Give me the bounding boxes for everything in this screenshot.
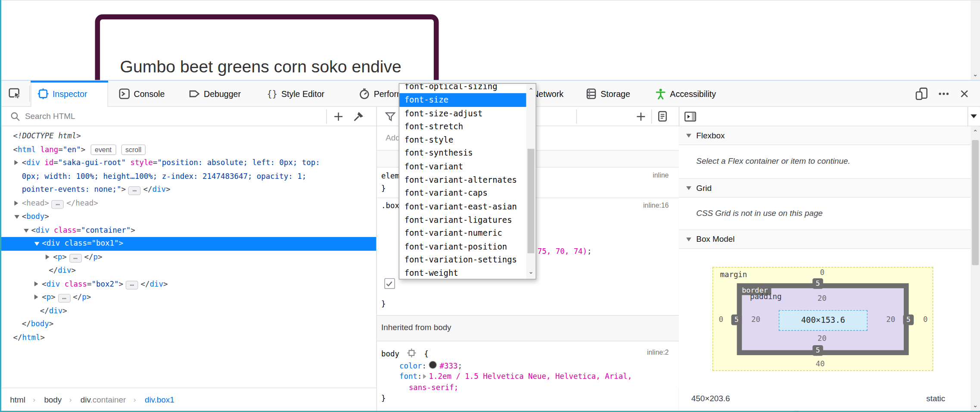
ellipsis-expand-icon[interactable]: … — [69, 253, 82, 262]
tab-storage[interactable]: Storage — [579, 81, 644, 107]
autocomplete-item[interactable]: font-optical-sizing — [399, 83, 526, 94]
breadcrumb-item[interactable]: html — [10, 395, 25, 404]
breadcrumb-item[interactable]: div.container — [81, 395, 126, 404]
collapse-arrow-icon[interactable] — [14, 215, 19, 219]
dropdown-scrollbar[interactable]: ⌃ ⌄ — [526, 84, 536, 279]
autocomplete-item[interactable]: font-variant-position — [399, 240, 526, 253]
scroll-down-icon[interactable]: ⌄ — [971, 401, 980, 408]
autocomplete-item[interactable]: font-variant — [399, 160, 526, 173]
autocomplete-item[interactable]: font-variation-settings — [399, 253, 526, 266]
scroll-down-icon[interactable]: ⌄ — [971, 71, 980, 78]
box-model-section-header[interactable]: Box Model — [679, 230, 971, 249]
expand-arrow-icon[interactable] — [14, 200, 18, 206]
close-icon[interactable] — [959, 88, 970, 100]
accessibility-icon — [655, 88, 666, 100]
breadcrumb-item[interactable]: body — [44, 395, 62, 404]
collapse-arrow-icon[interactable] — [34, 242, 40, 246]
tab-overflow-dropdown-icon[interactable] — [971, 115, 977, 119]
expand-value-icon[interactable] — [423, 374, 426, 379]
scrollbar-thumb[interactable] — [972, 140, 979, 265]
box1-rule-source-link[interactable]: inline:16 — [643, 201, 669, 209]
responsive-design-mode-icon[interactable] — [915, 87, 929, 101]
expand-arrow-icon[interactable] — [14, 160, 18, 165]
layout-scrollbar[interactable]: ⌃ ⌄ — [971, 126, 980, 411]
expand-arrow-icon[interactable] — [46, 254, 50, 259]
scroll-down-icon[interactable]: ⌄ — [526, 268, 536, 275]
autocomplete-item[interactable]: font-weight — [399, 266, 526, 279]
scroll-up-icon[interactable]: ⌃ — [971, 129, 980, 136]
body-rule-source-link[interactable]: inline:2 — [647, 348, 669, 356]
expand-arrow-icon[interactable] — [34, 281, 38, 286]
padding-label: padding — [750, 292, 781, 301]
border-left-value[interactable]: 5 — [731, 315, 742, 325]
autocomplete-item[interactable]: font-stretch — [399, 120, 526, 133]
tab-debugger[interactable]: Debugger — [183, 81, 255, 107]
color-swatch[interactable] — [429, 361, 437, 369]
margin-top-value[interactable]: 0 — [820, 268, 824, 277]
scroll-up-icon[interactable]: ⌃ — [526, 87, 536, 94]
meatball-menu-icon[interactable] — [937, 87, 950, 100]
grid-message: CSS Grid is not in use on this page — [696, 208, 823, 218]
search-html-input[interactable]: Search HTML — [25, 111, 75, 121]
element-picker-button[interactable] — [5, 84, 25, 103]
ellipsis-expand-icon[interactable]: … — [128, 186, 141, 195]
flexbox-section-header[interactable]: Flexbox — [679, 126, 971, 145]
console-icon — [119, 88, 130, 100]
border-right-value[interactable]: 5 — [903, 315, 914, 325]
inherited-from-body-header: Inherited from body — [377, 315, 679, 341]
breadcrumb-item[interactable]: div.box1 — [145, 395, 174, 404]
border-top-value[interactable]: 5 — [812, 278, 823, 289]
margin-bottom-value[interactable]: 40 — [815, 359, 824, 368]
body-color-declaration[interactable]: color:#333; — [399, 361, 462, 370]
ellipsis-expand-icon[interactable]: … — [51, 200, 64, 209]
margin-left-value[interactable]: 0 — [719, 315, 723, 324]
autocomplete-item[interactable]: font-size — [399, 94, 526, 107]
divider — [651, 109, 652, 124]
padding-top-value[interactable]: 20 — [818, 294, 827, 303]
eyedropper-icon[interactable] — [352, 110, 365, 122]
expand-arrow-icon[interactable] — [34, 294, 38, 300]
autocomplete-item[interactable]: font-size-adjust — [399, 107, 526, 120]
divider — [968, 107, 968, 126]
autocomplete-item[interactable]: font-variant-ligatures — [399, 213, 526, 227]
element-rule-source-link[interactable]: inline — [653, 172, 669, 179]
tab-inspector[interactable]: Inspector — [31, 81, 108, 107]
ellipsis-expand-icon[interactable]: … — [58, 294, 71, 303]
autocomplete-item[interactable]: font-variant-numeric — [399, 227, 526, 240]
print-simulation-icon[interactable] — [656, 110, 669, 122]
padding-right-value[interactable]: 20 — [886, 315, 895, 324]
tab-style-editor[interactable]: {}Style Editor — [260, 81, 345, 107]
page-scrollbar[interactable]: ⌄ — [971, 0, 980, 81]
sidebar-toggle-icon[interactable] — [684, 111, 697, 123]
margin-right-value[interactable]: 0 — [923, 315, 927, 324]
padding-left-value[interactable]: 20 — [751, 315, 760, 324]
scrollbar-thumb[interactable] — [528, 149, 535, 253]
autocomplete-item[interactable]: font-variant-east-asian — [399, 200, 526, 213]
divider — [576, 109, 577, 124]
autocomplete-item[interactable]: font-variant-alternates — [399, 173, 526, 187]
tab-accessibility[interactable]: Accessibility — [649, 81, 730, 107]
autocomplete-item[interactable]: font-synthesis — [399, 147, 526, 160]
padding-bottom-value[interactable]: 20 — [818, 334, 827, 343]
box-model-content-layer[interactable]: 400×153.6 — [779, 310, 868, 331]
selector-highlighter-icon[interactable] — [407, 348, 417, 358]
tab-console[interactable]: Console — [112, 81, 175, 107]
ellipsis-expand-icon[interactable]: … — [126, 281, 138, 289]
tree-row-selected[interactable]: <div class="box1"> — [1, 237, 376, 250]
add-rule-icon[interactable] — [635, 111, 647, 123]
grid-section-header[interactable]: Grid — [679, 179, 971, 198]
node-badge[interactable]: event — [90, 144, 116, 155]
autocomplete-item[interactable]: font-style — [399, 133, 526, 147]
body-font-declaration[interactable]: font:1.2em / 1.5 Helvetica Neue, Helveti… — [399, 372, 632, 381]
collapse-arrow-icon[interactable] — [24, 228, 29, 232]
class-toggle-checkbox[interactable] — [384, 278, 395, 289]
border-bottom-value[interactable]: 5 — [812, 345, 823, 356]
autocomplete-item[interactable]: font-variant-caps — [399, 187, 526, 200]
page-heading: Gumbo beet greens corn soko endive — [120, 57, 401, 77]
divider — [326, 109, 327, 124]
node-badge[interactable]: scroll — [121, 144, 146, 155]
markup-tree-panel: <!DOCTYPE html><html lang="en">eventscro… — [1, 126, 376, 387]
page-viewport: Gumbo beet greens corn soko endive ⌄ — [1, 0, 980, 81]
filter-styles-icon[interactable] — [384, 111, 396, 123]
add-node-icon[interactable] — [333, 111, 345, 123]
